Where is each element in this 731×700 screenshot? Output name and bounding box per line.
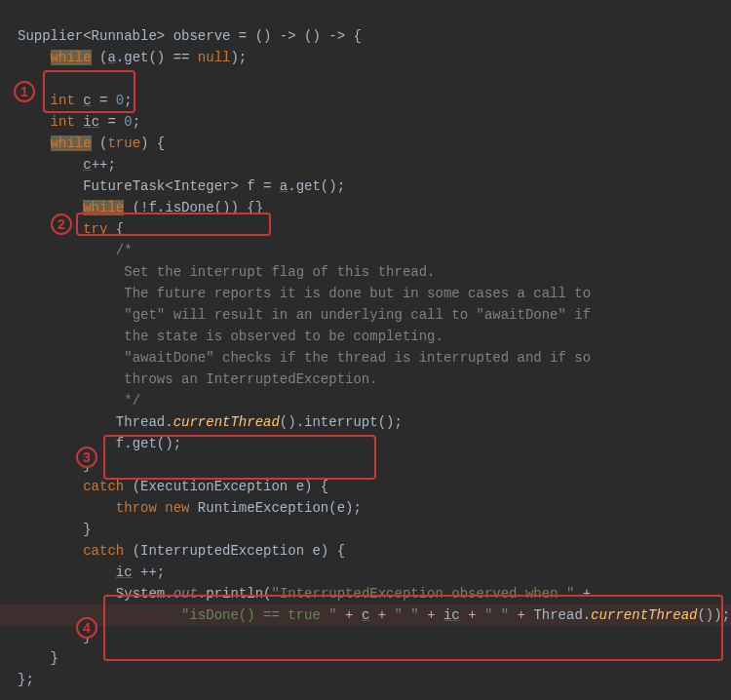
keyword-catch: catch: [83, 543, 124, 559]
code-text: {: [107, 221, 124, 237]
code-text: .println(: [198, 586, 272, 602]
code-text: +: [419, 607, 443, 623]
comment: */: [116, 393, 140, 408]
code-text: =: [92, 93, 116, 108]
comment: Set the interrupt flag of this thread.: [116, 264, 436, 280]
code-line: Supplier<Runnable> observe = () -> () ->…: [18, 28, 362, 44]
code-text: +: [460, 607, 484, 623]
code-text: FutureTask<Integer> f =: [83, 178, 280, 194]
keyword-null: null: [198, 50, 231, 65]
code-text: ;: [133, 114, 140, 130]
var-ic: ic: [83, 114, 99, 130]
code-text: [75, 93, 83, 108]
comment: The future reports it is done but in som…: [116, 286, 591, 301]
brace: };: [18, 672, 34, 687]
keyword-true: true: [107, 136, 140, 151]
string: " ": [395, 607, 419, 623]
comment: throws an InterruptedException.: [116, 371, 378, 387]
code-text: + Thread.: [509, 607, 591, 623]
var-c: c: [83, 157, 91, 173]
code-text: ++;: [92, 157, 116, 173]
code-text: ;: [124, 93, 132, 108]
code-text: );: [230, 50, 247, 65]
keyword-int: int: [51, 114, 75, 130]
literal-zero: 0: [124, 114, 132, 130]
brace: }: [83, 457, 91, 473]
code-text: .get() ==: [116, 50, 198, 65]
comment: "get" will result in an underlying call …: [116, 307, 591, 323]
code-text: ) {: [140, 136, 165, 151]
comment: the state is observed to be completing.: [116, 329, 443, 344]
brace: }: [51, 650, 58, 666]
code-text: ());: [697, 607, 730, 623]
string: "InterruptedException observed when ": [271, 586, 574, 602]
keyword-while: while: [51, 136, 92, 151]
literal-zero: 0: [116, 93, 124, 108]
code-editor[interactable]: Supplier<Runnable> observe = () -> () ->…: [0, 0, 731, 694]
field-out: out: [173, 586, 198, 602]
keyword-int: int: [51, 93, 75, 108]
keyword-try: try: [83, 221, 107, 237]
keyword-while: while: [51, 50, 92, 65]
code-text: (!f.isDone()) {}: [124, 200, 263, 215]
var-ic: ic: [116, 564, 133, 580]
string: "isDone() == true ": [181, 607, 337, 623]
method-currentthread: currentThread: [591, 607, 697, 623]
code-text: (: [92, 136, 108, 151]
code-text: (: [92, 50, 108, 65]
code-text: +: [574, 586, 591, 602]
code-text: Thread.: [116, 414, 173, 430]
brace: }: [83, 522, 91, 537]
var-c: c: [83, 93, 91, 108]
comment: /*: [116, 243, 133, 258]
keyword-while: while: [83, 200, 124, 215]
code-text: System.: [116, 586, 173, 602]
brace: }: [83, 629, 91, 644]
code-text: RuntimeException(e);: [198, 500, 362, 516]
code-text: ++;: [133, 564, 166, 580]
var-a: a: [107, 50, 115, 65]
keyword-catch: catch: [83, 479, 124, 494]
keyword-throw-new: throw new: [116, 500, 198, 516]
code-text: .get();: [288, 178, 345, 194]
code-text: =: [99, 114, 124, 130]
code-text: ().interrupt();: [280, 414, 403, 430]
code-text: (ExecutionException e) {: [124, 479, 328, 494]
code-text: (InterruptedException e) {: [124, 543, 345, 559]
var-ic: ic: [443, 607, 460, 623]
method-currentthread: currentThread: [173, 414, 280, 430]
string: " ": [484, 607, 509, 623]
code-text: f.get();: [116, 436, 181, 451]
comment: "awaitDone" checks if the thread is inte…: [116, 350, 591, 366]
code-text: +: [369, 607, 394, 623]
code-text: +: [337, 607, 362, 623]
var-a: a: [280, 178, 288, 194]
code-text: [75, 114, 83, 130]
